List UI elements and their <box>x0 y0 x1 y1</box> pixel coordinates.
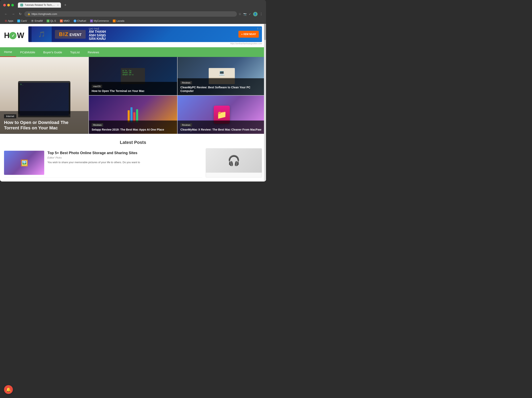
more-options-icon[interactable]: ⋮ <box>260 12 263 16</box>
post-thumbnail: 🖼️ <box>4 151 44 175</box>
ad-info-icon[interactable]: ℹ <box>257 27 258 30</box>
post-item[interactable]: 🖼️ Top 5+ Best Photo Online Storage and … <box>4 148 203 178</box>
website: H ✓ W ℹ × 🎵 BIZ <box>0 24 266 181</box>
post-excerpt: You wish to share your memorable picture… <box>47 160 203 164</box>
bookmark-mmo[interactable]: M MMO <box>58 19 71 23</box>
advertisement: ℹ × 🎵 BIZ EVENT C <box>28 26 262 45</box>
fullscreen-button[interactable] <box>11 4 14 6</box>
card-terminal-title: How to Open The Terminal on Your Mac <box>92 89 175 93</box>
bookmark-label: Lazada <box>116 19 124 22</box>
posts-with-sidebar: 🖼️ Top 5+ Best Photo Online Storage and … <box>4 148 262 178</box>
close-button[interactable] <box>3 4 6 6</box>
ad-cta-button[interactable]: » XEM NGAY <box>238 31 259 38</box>
ad-url: https://amthanhanhsangsukien.com <box>28 42 262 45</box>
post-title[interactable]: Top 5+ Best Photo Online Storage and Sha… <box>47 151 203 155</box>
lazada-icon: L <box>113 19 116 22</box>
back-button[interactable]: ← <box>3 12 9 17</box>
traffic-lights <box>3 4 14 6</box>
card-terminal-label: macOS How to Open The Terminal on Your M… <box>89 82 177 95</box>
nav-home[interactable]: Home <box>0 47 16 57</box>
card-cleanmymac-title: CleanMyMac X Review: The Best Mac Cleane… <box>180 128 263 131</box>
sidebar-advertisement: 🎧 <box>206 148 262 178</box>
card-setapp[interactable]: Reviews Setapp Review 2019: The Best Mac… <box>89 96 177 134</box>
card-cleanpc-category: Reviews <box>180 81 192 84</box>
bookmark-label: Apps <box>8 19 13 22</box>
ad-brand: BIZ EVENT <box>55 30 85 39</box>
bookmark-emailm[interactable]: M EmailM <box>29 19 44 23</box>
scrollbar-thumb[interactable] <box>264 24 266 40</box>
nav-toplist[interactable]: TopList <box>66 48 84 57</box>
ad-main-text: ÂM THANH ÁNH SÁNG SÂN KHẤU <box>89 30 235 41</box>
latest-posts-title: Latest Posts <box>4 140 262 145</box>
card-cleanpc[interactable]: 💻 Reviews CleanMyPC Review: Best Softwar… <box>177 57 266 95</box>
bookmark-label: CanV <box>21 19 27 22</box>
browser-actions: ☆ 📷 ✓ 👤 ⋮ <box>238 12 263 16</box>
title-bar: ✓ Tutorials Related To Tech, Win... × + <box>0 0 266 10</box>
main-card-overlay: Internet How to Open or Download The Tor… <box>0 111 89 134</box>
ad-close-icon[interactable]: × <box>260 27 261 30</box>
qls-icon: Q <box>47 19 50 22</box>
headphones-sim: 🎧 <box>206 148 262 173</box>
tab-bar: ✓ Tutorials Related To Tech, Win... × + <box>18 2 263 8</box>
ad-visual: 🎵 <box>32 26 52 42</box>
bookmark-label: QL-S <box>50 19 56 22</box>
tab-title: Tutorials Related To Tech, Win... <box>25 4 55 6</box>
bookmark-qls[interactable]: Q QL-S <box>45 19 57 23</box>
user-avatar[interactable]: 👤 <box>253 12 258 16</box>
main-card-category: Internet <box>4 114 16 118</box>
post-content: Top 5+ Best Photo Online Storage and Sha… <box>47 151 203 175</box>
logo-w: W <box>17 31 24 40</box>
featured-main-card[interactable]: $ _ Internet How to Open or Download The… <box>0 57 89 134</box>
bookmark-chatfuel[interactable]: C Chatfuel <box>72 19 88 23</box>
bookmark-apps[interactable]: ⊞ Apps <box>3 19 15 23</box>
card-setapp-title: Setapp Review 2019: The Best Mac Apps At… <box>92 128 175 131</box>
card-cleanpc-label: Reviews CleanMyPC Review: Best Software … <box>177 78 266 95</box>
site-logo[interactable]: H ✓ W <box>4 31 24 40</box>
latest-posts-section: Latest Posts 🖼️ Top 5+ Best Photo Online… <box>0 134 266 181</box>
posts-list: 🖼️ Top 5+ Best Photo Online Storage and … <box>4 148 203 178</box>
tab-close-icon[interactable]: × <box>57 4 58 6</box>
active-tab[interactable]: ✓ Tutorials Related To Tech, Win... × <box>18 2 61 8</box>
browser-content: H ✓ W ℹ × 🎵 BIZ <box>0 24 266 181</box>
bookmark-canva[interactable]: C CanV <box>16 19 29 23</box>
scrollbar[interactable] <box>264 24 266 181</box>
nav-buyers-guide[interactable]: Buyer's Guide <box>39 48 66 57</box>
address-bar: ← → ↻ 🔒 https://omghowto.com ☆ 📷 ✓ 👤 ⋮ <box>0 10 266 18</box>
mmo-icon: M <box>60 19 63 22</box>
bookmark-lazada[interactable]: L Lazada <box>111 19 126 23</box>
ad-sub-title: CHO THUÊ <box>89 28 235 30</box>
forward-button[interactable]: → <box>10 12 16 17</box>
lock-icon: 🔒 <box>28 13 30 15</box>
browser-window: ✓ Tutorials Related To Tech, Win... × + … <box>0 0 266 181</box>
ad-banner: H ✓ W ℹ × 🎵 BIZ <box>0 24 266 47</box>
star-icon[interactable]: ☆ <box>238 12 241 16</box>
bookmark-mycommerce[interactable]: M MyCommerce <box>89 19 110 23</box>
card-terminal[interactable]: $ ls -la total 24 drwxr-xr-x macOS How t… <box>89 57 177 95</box>
card-cleanpc-title: CleanMyPC Review: Best Software to Clean… <box>180 85 263 93</box>
bookmark-label: Chatfuel <box>77 19 86 22</box>
camera-icon[interactable]: 📷 <box>243 13 247 16</box>
card-setapp-label: Reviews Setapp Review 2019: The Best Mac… <box>89 121 177 134</box>
bookmark-label: MMO <box>63 19 69 22</box>
minimize-button[interactable] <box>7 4 10 6</box>
card-cleanmymac[interactable]: 📁 Reviews CleanMyMac X Review: The Best … <box>177 96 266 134</box>
card-setapp-category: Reviews <box>92 123 103 127</box>
refresh-button[interactable]: ↻ <box>18 11 23 17</box>
bookmark-label: EmailM <box>35 19 43 22</box>
new-tab-button[interactable]: + <box>63 3 68 8</box>
card-cleanmymac-label: Reviews CleanMyMac X Review: The Best Ma… <box>177 121 266 134</box>
apps-icon: ⊞ <box>5 19 7 22</box>
main-navigation: Home PC&Mobile Buyer's Guide TopList Rev… <box>0 47 266 57</box>
url-bar[interactable]: 🔒 https://omghowto.com <box>24 11 237 17</box>
check-icon[interactable]: ✓ <box>249 13 251 16</box>
nav-reviews[interactable]: Reviews <box>84 48 103 57</box>
card-cleanmymac-category: Reviews <box>180 123 192 127</box>
chatfuel-icon: C <box>74 19 76 22</box>
card-terminal-category: macOS <box>92 85 102 88</box>
logo-checkmark: ✓ <box>9 32 17 39</box>
canva-icon: C <box>17 19 20 22</box>
nav-pcmobile[interactable]: PC&Mobile <box>16 48 39 57</box>
bookmarks-bar: ⊞ Apps C CanV M EmailM Q QL-S M MMO C Ch… <box>0 18 266 24</box>
url-text: https://omghowto.com <box>32 13 57 15</box>
bookmark-label: MyCommerce <box>94 19 109 22</box>
